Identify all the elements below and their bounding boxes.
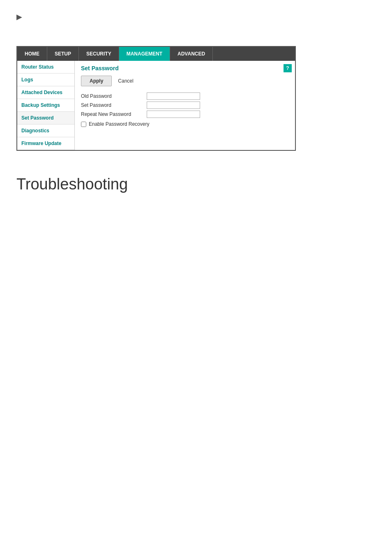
content-area: ? Set Password Apply Cancel Old Password… <box>75 61 295 150</box>
sidebar-item-firmware-update[interactable]: Firmware Update <box>17 137 74 150</box>
tab-home[interactable]: HOME <box>17 47 47 61</box>
repeat-new-password-input[interactable] <box>147 111 200 118</box>
sidebar-item-attached-devices[interactable]: Attached Devices <box>17 86 74 99</box>
cancel-button[interactable]: Cancel <box>116 76 135 86</box>
sidebar-item-backup-settings[interactable]: Backup Settings <box>17 99 74 112</box>
router-panel: HOME SETUP SECURITY MANAGEMENT ADVANCED … <box>16 46 296 151</box>
tab-advanced[interactable]: ADVANCED <box>170 47 213 61</box>
set-password-label: Set Password <box>81 102 147 108</box>
tab-setup[interactable]: SETUP <box>47 47 79 61</box>
old-password-row: Old Password <box>81 92 289 100</box>
sidebar-item-logs[interactable]: Logs <box>17 74 74 86</box>
tab-security[interactable]: SECURITY <box>79 47 119 61</box>
panel-body: Router Status Logs Attached Devices Back… <box>17 61 295 150</box>
old-password-input[interactable] <box>147 92 200 100</box>
help-icon[interactable]: ? <box>284 64 292 72</box>
enable-password-recovery-label: Enable Password Recovery <box>89 121 149 127</box>
sidebar-item-set-password[interactable]: Set Password <box>17 112 74 125</box>
sidebar: Router Status Logs Attached Devices Back… <box>17 61 75 150</box>
content-title: Set Password <box>81 65 289 72</box>
set-password-input[interactable] <box>147 101 200 109</box>
enable-password-recovery-checkbox[interactable] <box>81 122 86 127</box>
set-password-row: Set Password <box>81 101 289 109</box>
tab-management[interactable]: MANAGEMENT <box>119 47 170 61</box>
nav-tabs: HOME SETUP SECURITY MANAGEMENT ADVANCED <box>17 47 295 61</box>
apply-button[interactable]: Apply <box>81 76 112 86</box>
sidebar-item-diagnostics[interactable]: Diagnostics <box>17 125 74 137</box>
old-password-label: Old Password <box>81 93 147 99</box>
action-buttons: Apply Cancel <box>81 76 289 86</box>
repeat-password-row: Repeat New Password <box>81 111 289 118</box>
nav-arrow-icon[interactable]: ▶ <box>16 12 376 21</box>
password-recovery-row: Enable Password Recovery <box>81 121 289 127</box>
repeat-new-password-label: Repeat New Password <box>81 111 147 117</box>
troubleshooting-heading: Troubleshooting <box>16 175 376 193</box>
sidebar-item-router-status[interactable]: Router Status <box>17 61 74 74</box>
